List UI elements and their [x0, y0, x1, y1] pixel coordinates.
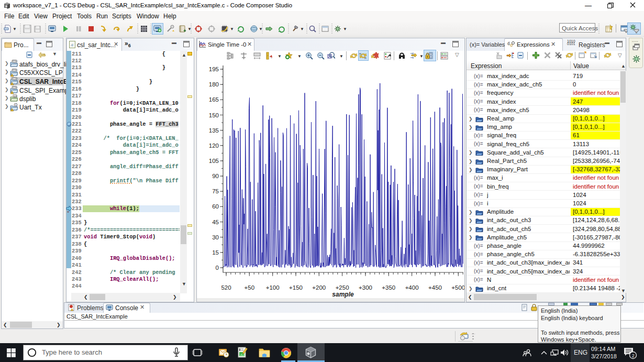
svg-text:120: 120	[209, 142, 219, 149]
svg-text:+50: +50	[245, 284, 255, 291]
svg-text:+150: +150	[289, 284, 303, 291]
svg-text:H: H	[364, 57, 367, 60]
svg-text:ccs: ccs	[14, 95, 18, 97]
svg-text:RTSC: RTSC	[13, 69, 18, 71]
svg-text:+350: +350	[382, 284, 395, 291]
svg-text:RTSC: RTSC	[13, 78, 18, 80]
svg-text:C: C	[15, 103, 17, 106]
svg-text:195: 195	[209, 66, 219, 72]
svg-text:150: 150	[209, 112, 219, 118]
svg-text:»: »	[67, 210, 69, 214]
svg-text:15: 15	[212, 249, 219, 256]
svg-text:σ: σ	[510, 42, 513, 48]
svg-text:0: 0	[216, 265, 219, 271]
svg-text:sample: sample	[332, 291, 354, 298]
svg-text:+100: +100	[266, 284, 280, 291]
svg-text:30: 30	[212, 234, 219, 240]
svg-text:RTSC: RTSC	[13, 60, 18, 62]
svg-text:520: 520	[221, 284, 231, 291]
svg-text:+300: +300	[359, 284, 372, 291]
svg-text:!: !	[12, 108, 12, 111]
svg-text:RTSC: RTSC	[13, 86, 18, 89]
svg-text:!: !	[12, 74, 12, 76]
svg-text:+250: +250	[336, 284, 349, 291]
svg-text:+500: +500	[451, 284, 464, 291]
svg-text:...: ...	[497, 56, 499, 59]
svg-text:105: 105	[209, 158, 219, 164]
svg-text:45: 45	[212, 219, 219, 225]
svg-text:+450: +450	[428, 284, 442, 291]
svg-text:!: !	[12, 91, 12, 94]
svg-text:!: !	[12, 83, 12, 85]
svg-text:H: H	[359, 52, 361, 56]
svg-text:+200: +200	[312, 284, 326, 291]
svg-text:90: 90	[212, 173, 219, 179]
svg-text:165: 165	[209, 96, 219, 103]
svg-text:135: 135	[209, 127, 219, 134]
svg-text:180: 180	[209, 81, 219, 87]
svg-text:2: 2	[632, 353, 635, 358]
svg-text:.c: .c	[70, 42, 73, 47]
svg-text:60: 60	[212, 203, 219, 210]
svg-text:75: 75	[212, 188, 219, 194]
svg-text:+400: +400	[405, 284, 419, 291]
